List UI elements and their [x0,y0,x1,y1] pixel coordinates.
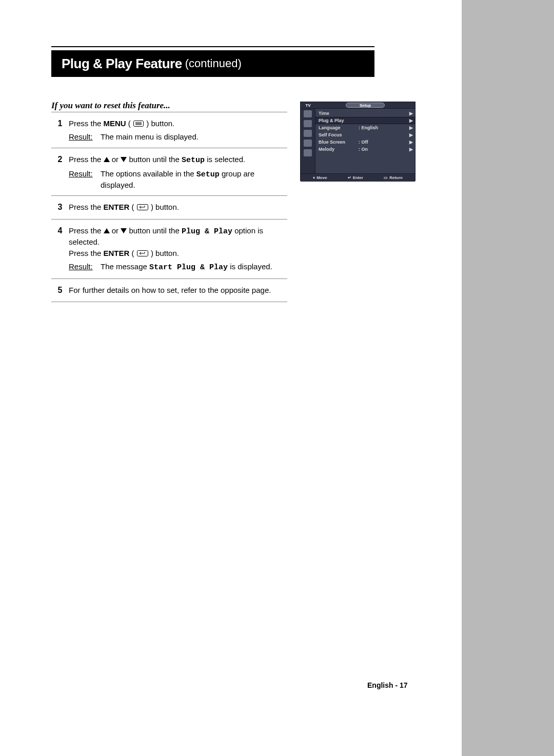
step-body: Press the MENU ( ) button. Result: The m… [69,118,287,143]
osd-menu-item-selected: Plug & Play ▶ [315,117,415,124]
osd-menu-item: Self Focus ▶ [315,131,415,138]
monospace-term: Setup [196,170,220,179]
text: ) button. [149,203,179,211]
osd-icon-column [301,109,315,173]
osd-menu-item: Language : English ▶ [315,124,415,131]
text: Press the [69,203,104,211]
monospace-term: Start Plug & Play [149,263,228,272]
osd-bottombar: ♦Move ↵Enter ▭Return [301,173,415,182]
step-number: 1 [51,118,69,143]
result-label: Result: [69,132,101,142]
step-row: 2 Press the or button until the Setup is… [51,148,287,196]
osd-item-label: Blue Screen [319,140,359,145]
text: For further details on how to set, refer… [69,286,271,294]
osd-menu-item: Melody : On ▶ [315,146,415,153]
text: ) button. [144,119,174,128]
osd-menu-item: Time ▶ [315,110,415,117]
osd-category-icon [304,120,312,127]
step-row: 4 Press the or button until the Plug & P… [51,219,287,278]
text: The options available in the [101,169,196,178]
osd-item-label: Melody [319,147,359,152]
enter-icon [137,204,148,210]
result-text: The main menu is displayed. [101,132,287,142]
step-number: 5 [51,285,69,296]
text: Press the [69,155,104,164]
osd-item-value: : English [359,125,409,130]
text: ( [129,203,136,211]
right-arrow-icon: ▶ [409,125,413,130]
text: Press the [69,226,104,235]
osd-category-icon [304,149,312,156]
osd-tv-label: TV [301,102,315,108]
result-text: The options available in the Setup group… [101,169,287,191]
text: button until the [127,226,182,235]
osd-main: Time ▶ Plug & Play ▶ Language : English … [301,109,415,173]
right-arrow-icon: ▶ [409,140,413,145]
updown-icon: ♦ [313,175,315,180]
down-arrow-icon [121,228,127,233]
text: Move [316,175,327,180]
right-arrow-icon: ▶ [409,147,413,152]
return-icon: ▭ [384,175,388,180]
step-body: For further details on how to set, refer… [69,285,287,296]
step-body: Press the or button until the Plug & Pla… [69,226,287,273]
osd-menu-list: Time ▶ Plug & Play ▶ Language : English … [315,109,415,173]
step-number: 4 [51,226,69,273]
osd-item-label: Self Focus [319,132,359,137]
monospace-term: Setup [182,156,205,165]
text: The message [101,262,149,271]
osd-title: Setup [346,103,385,108]
osd-setup-menu: TV Setup Time ▶ Plug & Play [300,102,416,181]
page-title-bar: Plug & Play Feature (continued) [51,50,374,77]
enter-icon [137,250,148,256]
osd-category-icon [304,130,312,137]
osd-category-icon [304,110,312,117]
monospace-term: Plug & Play [182,227,232,236]
osd-item-label: Language [319,125,359,130]
osd-item-label: Plug & Play [319,118,359,123]
up-arrow-icon [104,157,110,162]
header-rule [51,46,374,47]
step-row: 5 For further details on how to set, ref… [51,278,287,302]
enter-icon: ↵ [348,175,351,180]
section-subtitle: If you want to reset this feature... [51,101,170,111]
right-arrow-icon: ▶ [409,132,413,137]
osd-title-cell: Setup [315,102,415,108]
text: is displayed. [228,262,272,271]
osd-hint-enter: ↵Enter [348,175,363,180]
text: Return [389,175,403,180]
page-footer: English - 17 [367,681,408,689]
down-arrow-icon [121,157,127,162]
osd-item-value: : Off [359,140,409,145]
osd-topbar: TV Setup [301,102,415,109]
right-arrow-icon: ▶ [409,118,413,123]
text: or [110,155,121,164]
step-body: Press the ENTER ( ) button. [69,202,287,213]
manual-page: Plug & Play Feature (continued) If you w… [0,0,462,756]
text: Press the [69,249,104,257]
text: is selected. [205,155,245,164]
step-body: Press the or button until the Setup is s… [69,154,287,191]
page-title-sub: (continued) [185,57,242,70]
osd-item-label: Time [319,111,359,116]
result-label: Result: [69,262,101,273]
menu-icon [133,121,144,127]
text: ( [129,249,136,257]
step-number: 3 [51,202,69,213]
osd-hint-move: ♦Move [313,175,327,180]
text: button until the [127,155,182,164]
osd-category-icon [304,140,312,147]
osd-hint-return: ▭Return [384,175,403,180]
step-row: 1 Press the MENU ( ) button. Result: The… [51,112,287,148]
steps-list: 1 Press the MENU ( ) button. Result: The… [51,112,287,302]
right-arrow-icon: ▶ [409,111,413,116]
result-text: The message Start Plug & Play is display… [101,262,287,273]
menu-label: MENU [104,119,126,128]
text: Press the [69,119,104,128]
text: Enter [353,175,363,180]
step-row: 3 Press the ENTER ( ) button. [51,195,287,218]
enter-label: ENTER [104,203,130,211]
step-number: 2 [51,154,69,191]
text: ) button. [149,249,179,257]
enter-label: ENTER [104,249,130,257]
